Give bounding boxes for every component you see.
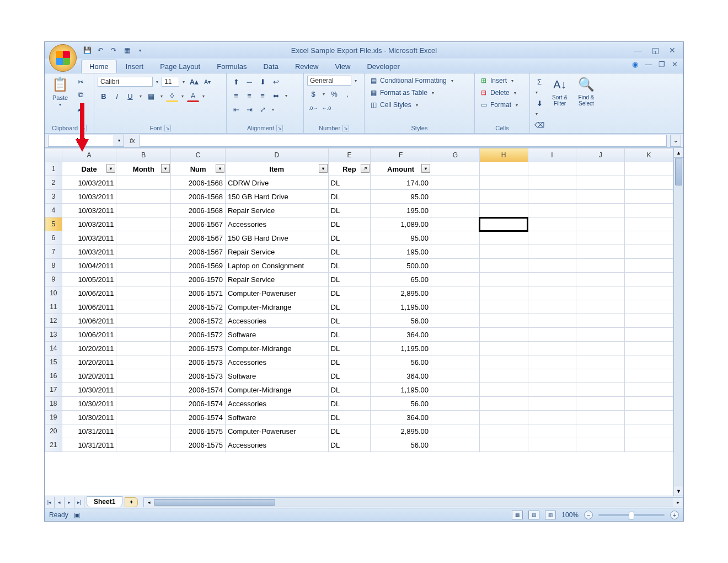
- row-header-21[interactable]: 21: [45, 438, 62, 452]
- row-header-2[interactable]: 2: [45, 176, 62, 190]
- doc-restore-button[interactable]: ❐: [659, 60, 665, 68]
- cell-H19[interactable]: [479, 411, 528, 424]
- italic-button[interactable]: I: [111, 90, 123, 102]
- cell-B3[interactable]: [116, 190, 171, 204]
- cell-C15[interactable]: 2006-1573: [171, 355, 226, 369]
- cell-E10[interactable]: DL: [328, 286, 371, 300]
- column-header-I[interactable]: I: [528, 148, 576, 162]
- cell-D15[interactable]: Accessories: [225, 355, 328, 369]
- comma-icon[interactable]: ,: [341, 88, 354, 100]
- cell-D5[interactable]: Accessories: [225, 217, 328, 231]
- formula-bar-expand[interactable]: ⌄: [670, 135, 681, 147]
- cell-G12[interactable]: [431, 314, 480, 328]
- grow-font-icon[interactable]: A▴: [188, 76, 200, 88]
- bold-button[interactable]: B: [98, 90, 110, 102]
- cell-C17[interactable]: 2006-1574: [171, 383, 226, 397]
- cell-F2[interactable]: 174.00: [371, 176, 431, 190]
- cell-F20[interactable]: 2,895.00: [371, 424, 431, 438]
- cell-A8[interactable]: 10/04/2011: [62, 259, 116, 273]
- fx-icon[interactable]: fx: [130, 136, 135, 145]
- filter-button-F[interactable]: ▾: [421, 164, 430, 173]
- cell-J7[interactable]: [576, 245, 625, 259]
- cell-E9[interactable]: DL: [328, 273, 371, 286]
- cell-E14[interactable]: DL: [328, 342, 371, 355]
- column-header-E[interactable]: E: [328, 148, 371, 162]
- format-painter-icon[interactable]: 🖌: [74, 102, 87, 114]
- cell-D16[interactable]: Software: [225, 369, 328, 383]
- cell-E15[interactable]: DL: [328, 355, 371, 369]
- formula-input[interactable]: [140, 135, 667, 147]
- cell-A1[interactable]: Date▾: [62, 162, 116, 176]
- number-dialog-launcher[interactable]: ↘: [342, 125, 349, 131]
- align-center-icon[interactable]: ≡: [243, 89, 255, 102]
- cell-G17[interactable]: [431, 383, 480, 397]
- column-header-F[interactable]: F: [371, 148, 431, 162]
- cell-C18[interactable]: 2006-1574: [171, 397, 226, 411]
- format-cells-button[interactable]: ▭Format ▾: [478, 100, 521, 110]
- cell-J13[interactable]: [576, 328, 625, 342]
- cell-I16[interactable]: [528, 369, 576, 383]
- align-right-icon[interactable]: ≡: [256, 89, 269, 102]
- cell-D20[interactable]: Computer-Poweruser: [225, 424, 328, 438]
- filter-button-B[interactable]: ▾: [161, 164, 170, 173]
- cell-B1[interactable]: Month▾: [116, 162, 171, 176]
- cell-A13[interactable]: 10/06/2011: [62, 328, 116, 342]
- cell-K8[interactable]: [625, 259, 673, 273]
- indent-dec-icon[interactable]: ⇤: [230, 103, 242, 115]
- cell-K18[interactable]: [625, 397, 673, 411]
- cell-A6[interactable]: 10/03/2011: [62, 231, 116, 245]
- cell-A15[interactable]: 10/20/2011: [62, 355, 116, 369]
- cell-E20[interactable]: DL: [328, 424, 371, 438]
- cell-F18[interactable]: 56.00: [371, 397, 431, 411]
- row-header-13[interactable]: 13: [45, 328, 62, 342]
- cell-B6[interactable]: [116, 231, 171, 245]
- cell-G10[interactable]: [431, 286, 480, 300]
- cell-G15[interactable]: [431, 355, 480, 369]
- cell-K6[interactable]: [625, 231, 673, 245]
- tab-data[interactable]: Data: [255, 60, 286, 73]
- cell-I7[interactable]: [528, 245, 576, 259]
- tab-nav-next[interactable]: ▸: [65, 497, 74, 508]
- vertical-scrollbar[interactable]: ▲ ▼: [673, 148, 683, 496]
- cell-H6[interactable]: [479, 231, 528, 245]
- font-color-icon[interactable]: A: [187, 90, 199, 102]
- cell-A9[interactable]: 10/05/2011: [62, 273, 116, 286]
- cell-A16[interactable]: 10/20/2011: [62, 369, 116, 383]
- cell-J17[interactable]: [576, 383, 625, 397]
- cell-G9[interactable]: [431, 273, 480, 286]
- cell-G2[interactable]: [431, 176, 480, 190]
- align-top-icon[interactable]: ⬆: [230, 76, 242, 88]
- office-button[interactable]: [49, 44, 77, 72]
- cell-E17[interactable]: DL: [328, 383, 371, 397]
- cell-C7[interactable]: 2006-1567: [171, 245, 226, 259]
- cell-J5[interactable]: [576, 217, 625, 231]
- cell-D17[interactable]: Computer-Midrange: [225, 383, 328, 397]
- column-header-A[interactable]: A: [62, 148, 116, 162]
- cell-I3[interactable]: [528, 190, 576, 204]
- cell-K20[interactable]: [625, 424, 673, 438]
- row-header-17[interactable]: 17: [45, 383, 62, 397]
- cell-B13[interactable]: [116, 328, 171, 342]
- cell-K11[interactable]: [625, 300, 673, 314]
- cell-J9[interactable]: [576, 273, 625, 286]
- scroll-left-button[interactable]: ◂: [144, 498, 154, 507]
- row-header-6[interactable]: 6: [45, 231, 62, 245]
- column-header-C[interactable]: C: [171, 148, 226, 162]
- cell-F17[interactable]: 1,195.00: [371, 383, 431, 397]
- cell-I4[interactable]: [528, 204, 576, 217]
- insert-cells-button[interactable]: ⊞Insert ▾: [478, 76, 517, 86]
- delete-cells-button[interactable]: ⊟Delete ▾: [478, 88, 520, 98]
- cell-I10[interactable]: [528, 286, 576, 300]
- cell-G3[interactable]: [431, 190, 480, 204]
- cell-G8[interactable]: [431, 259, 480, 273]
- wrap-text-icon[interactable]: ↩: [270, 76, 282, 88]
- select-all-corner[interactable]: [45, 148, 62, 162]
- row-header-9[interactable]: 9: [45, 273, 62, 286]
- cell-A12[interactable]: 10/06/2011: [62, 314, 116, 328]
- cell-C6[interactable]: 2006-1567: [171, 231, 226, 245]
- cell-E1[interactable]: Rep↓▾: [328, 162, 371, 176]
- row-header-12[interactable]: 12: [45, 314, 62, 328]
- sheet-tab-active[interactable]: Sheet1: [87, 496, 122, 507]
- cell-B12[interactable]: [116, 314, 171, 328]
- cell-J19[interactable]: [576, 411, 625, 424]
